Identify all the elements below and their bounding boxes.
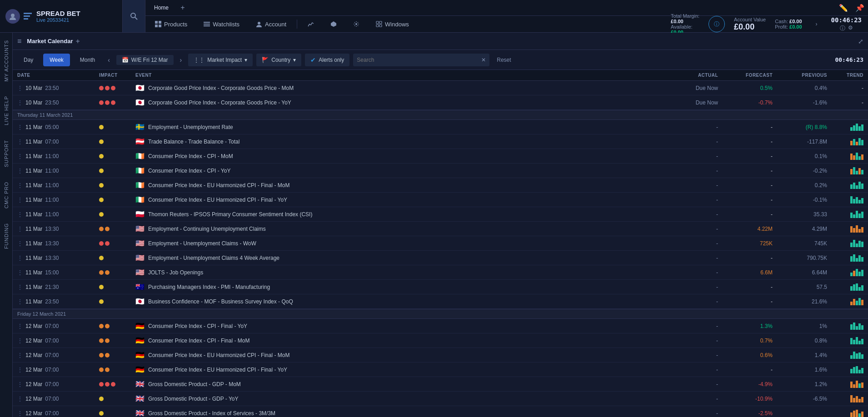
info-icon[interactable]: ⋮ [17,85,23,91]
table-row[interactable]: ⋮ 11 Mar 13:30 🇺🇸 Employment - Unemploym… [13,251,868,265]
trend-cell [827,124,863,131]
table-row[interactable]: ⋮ 11 Mar 05:00 🇸🇪 Employment - Unemploym… [13,120,868,134]
table-row[interactable]: ⋮ 12 Mar 07:00 🇩🇪 Consumer Price Index -… [13,348,868,362]
search-input[interactable] [357,57,481,63]
market-impact-filter[interactable]: ⋮⋮ Market Impact ▾ [188,54,253,66]
search-button[interactable] [123,0,145,32]
info-icon[interactable]: ⋮ [17,211,23,218]
flag-icon: 🇮🇪 [135,181,145,189]
table-row[interactable]: ⋮ 11 Mar 13:30 🇺🇸 Employment - Continuin… [13,222,868,236]
svg-rect-8 [204,24,210,25]
table-row[interactable]: ⋮ 11 Mar 11:00 🇵🇱 Thomon Reuters - IPSOS… [13,207,868,222]
nav-education[interactable] [323,17,344,31]
next-arrow[interactable]: › [177,55,185,65]
event-name: Consumer Price Index - EU Harmonized CPI… [148,182,289,189]
trend-bar-segment [853,240,855,247]
info-icon[interactable]: ⋮ [17,182,23,189]
table-row[interactable]: ⋮ 11 Mar 21:30 🇦🇺 Purchasing Managers In… [13,280,868,294]
expand-button[interactable]: › [811,16,822,32]
forecast-cell: 0.5% [718,85,773,91]
event-name: Business Confidence - MOF - Business Sur… [148,298,293,305]
search-clear-icon[interactable]: ✕ [481,57,486,63]
menu-icon[interactable]: ≡ [17,37,21,45]
info-icon[interactable]: ⋮ [17,197,23,203]
info-icon[interactable]: ⋮ [17,226,23,232]
sidebar-item-funding[interactable]: Funding [1,216,12,256]
table-row[interactable]: ⋮ 11 Mar 11:00 🇮🇪 Consumer Price Index -… [13,178,868,193]
pin-icon[interactable]: 📌 [853,2,866,14]
sidebar-item-my-accounts[interactable]: My Accounts [1,33,12,89]
tab-home[interactable]: Home [147,1,175,14]
table-row[interactable]: ⋮ 12 Mar 07:00 🇩🇪 Consumer Price Index -… [13,333,868,348]
nav-products[interactable]: Products [147,17,195,31]
info-icon[interactable]: ⋮ [17,124,23,130]
nav-watchlists[interactable]: Watchlists [196,17,247,31]
info-icon[interactable]: ⋮ [17,269,23,276]
impact-dot [99,397,104,401]
info-button[interactable]: ⓘ [708,16,725,32]
minimize-button[interactable]: ⤢ [858,38,863,45]
search-box[interactable]: ✕ [353,54,489,66]
sidebar-item-support[interactable]: Support [1,133,12,174]
table-row[interactable]: ⋮ 12 Mar 07:00 🇬🇧 Gross Domestic Product… [13,406,868,417]
table-row[interactable]: ⋮ 11 Mar 11:00 🇮🇪 Consumer Price Index -… [13,193,868,207]
nav-account[interactable]: Account [248,17,294,31]
alerts-filter[interactable]: ✔ Alerts only [305,54,349,66]
actual-cell: - [673,410,718,417]
clock-settings-icon[interactable]: ⚙ [848,25,853,32]
table-row[interactable]: ⋮ 12 Mar 07:00 🇬🇧 Gross Domestic Product… [13,377,868,392]
trend-bar-segment [858,229,861,233]
info-icon[interactable]: ⋮ [17,99,23,106]
nav-chart[interactable] [300,17,322,31]
info-icon[interactable]: ⋮ [17,240,23,247]
trend-bar-segment [850,302,853,305]
table-row[interactable]: ⋮ 11 Mar 11:00 🇮🇪 Consumer Price Index -… [13,164,868,178]
svg-line-2 [135,17,137,20]
clock-info-icon[interactable]: ⓘ [840,25,845,32]
trend-cell [827,196,863,204]
nav-windows[interactable]: Windows [368,17,417,31]
add-calendar-button[interactable]: + [76,37,80,45]
day-view-button[interactable]: Day [17,54,40,66]
date-range-picker[interactable]: 📅 W/E Fri 12 Mar [116,55,174,65]
table-row[interactable]: ⋮ 10 Mar 23:50 🇯🇵 Corporate Good Price I… [13,81,868,95]
info-icon[interactable]: ⋮ [17,284,23,290]
info-icon[interactable]: ⋮ [17,323,23,329]
table-row[interactable]: ⋮ 12 Mar 07:00 🇩🇪 Consumer Price Index -… [13,319,868,333]
info-icon[interactable]: ⋮ [17,352,23,358]
info-icon[interactable]: ⋮ [17,338,23,344]
edit-icon[interactable]: ✏️ [837,2,850,14]
table-row[interactable]: ⋮ 11 Mar 13:30 🇺🇸 Employment - Unemploym… [13,236,868,251]
info-icon[interactable]: ⋮ [17,139,23,145]
svg-rect-9 [204,25,210,26]
sidebar-item-live-help[interactable]: Live Help [1,89,12,133]
table-row[interactable]: ⋮ 11 Mar 23:50 🇯🇵 Business Confidence - … [13,294,868,309]
trend-bar-segment [856,283,858,291]
table-row[interactable]: ⋮ 10 Mar 23:50 🇯🇵 Corporate Good Price I… [13,95,868,110]
info-icon[interactable]: ⋮ [17,381,23,387]
table-row[interactable]: ⋮ 11 Mar 07:00 🇦🇹 Trade Balance - Trade … [13,134,868,149]
info-icon[interactable]: ⋮ [17,367,23,373]
info-icon[interactable]: ⋮ [17,168,23,174]
table-row[interactable]: ⋮ 12 Mar 07:00 🇩🇪 Consumer Price Index -… [13,362,868,377]
info-icon[interactable]: ⋮ [17,410,23,417]
prev-arrow[interactable]: ‹ [105,55,113,65]
country-filter[interactable]: 🚩 Country ▾ [256,54,301,66]
nav-settings[interactable] [345,17,367,31]
time-value: 15:00 [45,269,59,276]
info-icon[interactable]: ⋮ [17,153,23,159]
table-row[interactable]: ⋮ 11 Mar 11:00 🇮🇪 Consumer Price Index -… [13,149,868,164]
info-icon[interactable]: ⋮ [17,298,23,305]
sidebar-item-cmc-pro[interactable]: CMC Pro [1,174,12,216]
table-row[interactable]: ⋮ 12 Mar 07:00 🇬🇧 Gross Domestic Product… [13,392,868,406]
previous-cell: 790.75K [773,255,827,261]
month-view-button[interactable]: Month [74,54,101,66]
info-icon[interactable]: ⋮ [17,255,23,261]
week-view-button[interactable]: Week [43,54,70,66]
table-row[interactable]: ⋮ 11 Mar 15:00 🇺🇸 JOLTS - Job Openings -… [13,265,868,280]
reset-button[interactable]: Reset [493,55,514,65]
trend-bar-segment [856,211,858,218]
info-icon[interactable]: ⋮ [17,396,23,402]
add-tab-button[interactable]: + [177,2,188,13]
impact-cell [99,86,135,90]
